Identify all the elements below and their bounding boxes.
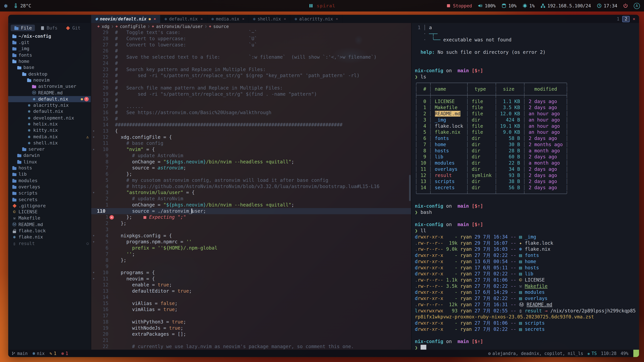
- fold-marker[interactable]: [91, 72, 96, 79]
- fold-marker[interactable]: [91, 153, 96, 159]
- pause-icon[interactable]: [308, 3, 313, 8]
- file-tree-item[interactable]: linux: [8, 159, 91, 165]
- explorer-source-tab[interactable]: Bufs: [36, 25, 60, 31]
- code-line[interactable]: ▾3 "astronvim/lua/user" = {: [91, 190, 411, 196]
- code-line[interactable]: 12 enable = true;: [91, 282, 411, 288]
- code-line[interactable]: 2 };: [91, 220, 411, 227]
- file-tree-item[interactable]: ❄ kitty.nix: [8, 127, 91, 134]
- fold-marker[interactable]: [91, 159, 96, 165]
- fold-marker[interactable]: ▾: [91, 134, 96, 140]
- code-line[interactable]: 26#: [91, 48, 411, 54]
- code-line[interactable]: 11 # base config: [91, 140, 411, 147]
- code-line[interactable]: 28# Convert to uppercase: `U`: [91, 36, 411, 42]
- code-line[interactable]: ▾10 "nvim" = {: [91, 146, 411, 153]
- code-line[interactable]: 9: [91, 264, 411, 270]
- explorer-source-tab[interactable]: File: [11, 25, 35, 31]
- file-tree-item[interactable]: ❄ default.nix: [8, 108, 91, 115]
- code-line[interactable]: 110 source = ./astronvim_user;: [91, 208, 411, 214]
- tree-root[interactable]: ~/nix-config: [8, 33, 91, 39]
- fold-marker[interactable]: [91, 313, 96, 319]
- fold-marker[interactable]: [91, 208, 96, 214]
- code-line[interactable]: 7 source = astronvim;: [91, 165, 411, 171]
- file-tree-item[interactable]: darwin: [8, 152, 91, 159]
- code-line[interactable]: ▾12 xdg.configFile = {: [91, 134, 411, 140]
- fold-marker[interactable]: [91, 307, 96, 313]
- code-line[interactable]: 20 extraPackages = [];: [91, 331, 411, 337]
- fold-marker[interactable]: ▾: [91, 276, 96, 282]
- fold-marker[interactable]: [91, 196, 96, 202]
- file-tree-item[interactable]: ❄ media.nix ⚠: [8, 134, 91, 140]
- buffer-tab[interactable]: ❄ neovim/default.nix ● ×: [91, 15, 160, 23]
- code-line[interactable]: ▾11 neovim = {: [91, 276, 411, 282]
- code-line[interactable]: 22 # currently we use lazy.nvim as neovi…: [91, 344, 411, 350]
- fold-marker[interactable]: [91, 165, 96, 171]
- code-line[interactable]: 19 withNodeJs = true;: [91, 325, 411, 331]
- clock-widget[interactable]: 17:34: [597, 3, 617, 8]
- code-line[interactable]: ▾13{: [91, 128, 411, 134]
- fold-marker[interactable]: [91, 288, 96, 294]
- code-line[interactable]: 17# ......: [91, 103, 411, 110]
- fold-marker[interactable]: [91, 103, 96, 110]
- disk-widget[interactable]: 10%: [502, 3, 516, 8]
- file-tree-item[interactable]: _img: [8, 46, 91, 52]
- file-tree-item[interactable]: Ⓜ README.md: [8, 90, 91, 96]
- file-tree-item[interactable]: astronvim_user: [8, 83, 91, 89]
- tabpage-1[interactable]: 1: [617, 16, 619, 21]
- file-tree-item[interactable]: modules: [8, 177, 91, 184]
- fold-marker[interactable]: ▾: [91, 128, 96, 134]
- fold-marker[interactable]: ▾: [91, 233, 96, 239]
- code-buffer[interactable]: 29# Toggle text's case: `~` 28# Convert …: [91, 29, 411, 350]
- code-line[interactable]: 18 withPython3 = true;: [91, 319, 411, 325]
- code-line[interactable]: 1× }; ■ Expecting ";": [91, 214, 411, 220]
- fold-marker[interactable]: [91, 79, 96, 85]
- file-tree-item[interactable]: server: [8, 146, 91, 152]
- file-tree-item[interactable]: ❄ flake.nix: [8, 234, 91, 240]
- buffer-tab[interactable]: ❄ media.nix ×: [207, 15, 249, 23]
- buffer-tab[interactable]: ❄ default.nix ×: [160, 15, 207, 23]
- buffer-close-icon[interactable]: ×: [284, 17, 286, 21]
- fold-marker[interactable]: [91, 36, 96, 42]
- code-line[interactable]: 29# Toggle text's case: `~`: [91, 29, 411, 36]
- temperature-widget[interactable]: 28°C: [13, 3, 31, 8]
- fold-marker[interactable]: [91, 48, 96, 54]
- fold-marker[interactable]: [91, 331, 96, 337]
- file-tree-item[interactable]: ▯ result ○: [8, 240, 91, 247]
- tabpage-2-active[interactable]: 2: [622, 16, 630, 22]
- code-line[interactable]: 21: [91, 337, 411, 344]
- code-line[interactable]: 7 '';: [91, 251, 411, 257]
- buffer-tab[interactable]: ❄ shell.nix ×: [249, 15, 290, 23]
- fold-marker[interactable]: [91, 202, 96, 208]
- file-tree-item[interactable]: fonts: [8, 52, 91, 58]
- file-tree-item[interactable]: hosts: [8, 165, 91, 171]
- fold-marker[interactable]: [91, 122, 96, 128]
- fold-marker[interactable]: [91, 257, 96, 264]
- fold-marker[interactable]: [91, 220, 96, 227]
- code-line[interactable]: 27# Convert to lowercase: `u`: [91, 42, 411, 48]
- fold-marker[interactable]: ▾: [91, 270, 96, 276]
- breadcrumb-segment[interactable]: ❯ ❖ astronvim/lua/user: [148, 24, 203, 29]
- code-line[interactable]: 6 prefix = ''${HOME}/.npm-global: [91, 245, 411, 251]
- code-line[interactable]: 8 onChange = "${pkgs.neovim}/bin/nvim --…: [91, 159, 411, 165]
- file-tree-item[interactable]: Ⓜ README.md: [8, 221, 91, 228]
- file-tree-item[interactable]: © LICENSE: [8, 209, 91, 215]
- code-line[interactable]: 14######################################…: [91, 122, 411, 128]
- file-tree-item[interactable]: .git: [8, 39, 91, 45]
- fold-marker[interactable]: [91, 214, 96, 220]
- breadcrumb-segment[interactable]: ❯ ❖ configFile: [112, 24, 146, 29]
- file-tree-item[interactable]: overlays: [8, 184, 91, 190]
- code-line[interactable]: 13 defaultEditor = true;: [91, 288, 411, 294]
- code-line[interactable]: ▾10 programs = {: [91, 270, 411, 276]
- fold-marker[interactable]: [91, 251, 96, 257]
- fold-marker[interactable]: [91, 344, 96, 350]
- file-tree-item[interactable]: desktop: [8, 71, 91, 77]
- file-tree-item[interactable]: ❄ alacritty.nix: [8, 102, 91, 108]
- fold-marker[interactable]: ▾: [91, 239, 96, 245]
- error-count[interactable]: ⊗ 1: [62, 351, 68, 356]
- nixos-logo-icon[interactable]: ❄: [4, 2, 8, 9]
- fold-marker[interactable]: [91, 91, 96, 97]
- scrollbar-thumb[interactable]: [409, 175, 411, 201]
- code-line[interactable]: 20# Search file name pattern and Replace…: [91, 85, 411, 91]
- fold-marker[interactable]: [91, 184, 96, 190]
- fold-marker[interactable]: [91, 42, 96, 48]
- buffer-close-icon[interactable]: ×: [336, 17, 338, 21]
